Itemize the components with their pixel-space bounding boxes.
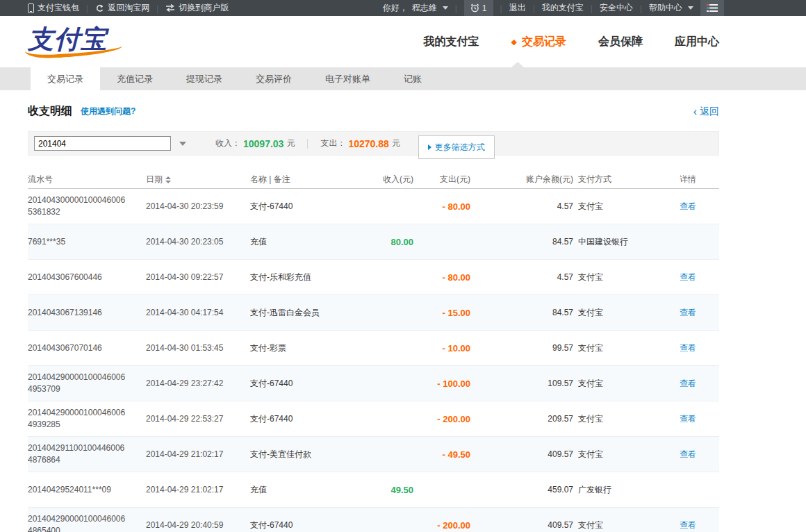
tab-transaction-reviews[interactable]: 交易评价 xyxy=(239,67,309,90)
transaction-date: 2014-04-30 01:53:45 xyxy=(146,343,250,353)
transaction-date: 2014-04-30 09:22:57 xyxy=(146,272,250,282)
col-name-notes: 名称 | 备注 xyxy=(250,174,351,185)
table-row: 2014043067600446 2014-04-30 09:22:57 支付-… xyxy=(28,260,719,295)
account-balance: 209.57 xyxy=(470,414,573,424)
app-list-button[interactable] xyxy=(700,0,724,16)
alarm-clock-icon xyxy=(470,3,479,13)
nav-item-my-alipay[interactable]: 我的支付宝 xyxy=(424,35,479,49)
serial-number: 201404300000100046006 5361832 xyxy=(28,194,146,218)
income-amount: 80.00 xyxy=(351,237,413,247)
month-dropdown-icon[interactable] xyxy=(179,142,186,146)
separator: | xyxy=(455,3,457,13)
view-detail-link[interactable]: 查看 xyxy=(680,449,696,459)
table-row: 201404290000100046006 4865400 2014-04-29… xyxy=(28,508,719,532)
account-balance: 99.57 xyxy=(470,343,573,353)
view-detail-link[interactable]: 查看 xyxy=(680,308,696,317)
col-serial-number: 流水号 xyxy=(28,174,146,185)
nav-item-member-protection[interactable]: 会员保障 xyxy=(598,35,643,49)
tab-bookkeeping[interactable]: 记账 xyxy=(387,67,438,90)
tab-transaction-records[interactable]: 交易记录 xyxy=(31,67,100,90)
serial-number: 201404290000100046006 4953709 xyxy=(28,372,146,395)
income-unit: 元 xyxy=(286,138,295,149)
separator: | xyxy=(533,3,535,13)
phone-icon xyxy=(28,3,34,13)
payment-method: 支付宝 xyxy=(573,201,680,213)
main-nav: 我的支付宝 ◆ 交易记录 会员保障 应用中心 xyxy=(424,35,719,49)
expense-amount: - 10.00 xyxy=(413,343,470,354)
notification-button[interactable]: 1 xyxy=(464,0,493,16)
view-detail-link[interactable]: 查看 xyxy=(680,201,696,211)
serial-number: 2014043067600446 xyxy=(28,272,146,283)
payment-method: 支付宝 xyxy=(573,378,680,390)
separator: | xyxy=(640,3,642,13)
view-detail-link[interactable]: 查看 xyxy=(680,414,696,424)
divider xyxy=(307,139,308,149)
nav-item-transactions[interactable]: ◆ 交易记录 xyxy=(511,35,566,49)
logout-link[interactable]: 退出 xyxy=(509,2,526,14)
back-link[interactable]: ‹ 返回 xyxy=(693,106,719,118)
subnav-tabs: 交易记录 充值记录 提现记录 交易评价 电子对账单 记账 xyxy=(31,67,806,90)
notification-count: 1 xyxy=(482,3,487,13)
transaction-date: 2014-04-30 20:23:59 xyxy=(146,201,250,211)
col-expense: 支出(元) xyxy=(413,174,470,185)
transaction-date: 2014-04-30 04:17:54 xyxy=(146,308,250,317)
view-detail-link[interactable]: 查看 xyxy=(680,520,696,530)
separator: | xyxy=(156,3,158,13)
chevron-down-icon xyxy=(688,6,693,10)
switch-merchant-link[interactable]: 切换到商户版 xyxy=(165,2,229,14)
account-balance: 109.57 xyxy=(470,379,573,388)
expense-amount: - 80.00 xyxy=(413,272,470,283)
transaction-date: 2014-04-29 21:02:17 xyxy=(146,485,250,494)
transactions-table: 流水号 日期 名称 | 备注 收入(元) 支出(元) 账户余额(元) 支付方式 … xyxy=(28,171,719,532)
income-label: 收入： xyxy=(215,138,240,149)
tab-withdrawal-records[interactable]: 提现记录 xyxy=(170,67,239,90)
page-title: 收支明细 xyxy=(28,104,72,119)
serial-number: 201404290000100046006 4865400 xyxy=(28,513,146,532)
tab-recharge-records[interactable]: 充值记录 xyxy=(100,67,170,90)
topbar-right: 你好， 程志維 | 1 | 退出 | 我的支付宝 | 安全中心 | 帮助中心 xyxy=(383,0,724,16)
transaction-name: 支付-67440 xyxy=(250,413,351,425)
col-balance: 账户余额(元) xyxy=(470,174,573,185)
income-amount: 49.50 xyxy=(351,485,413,495)
expense-amount: - 15.00 xyxy=(413,308,470,318)
my-alipay-link[interactable]: 我的支付宝 xyxy=(542,2,584,14)
active-nav-pointer-icon xyxy=(511,62,524,67)
view-detail-link[interactable]: 查看 xyxy=(680,379,696,388)
col-income: 收入(元) xyxy=(351,174,413,185)
payment-method: 支付宝 xyxy=(573,519,680,531)
expense-total: 10270.88 xyxy=(348,138,388,149)
table-body: 201404300000100046006 5361832 2014-04-30… xyxy=(28,189,719,532)
security-center-link[interactable]: 安全中心 xyxy=(600,2,633,14)
arrow-right-icon xyxy=(428,144,431,150)
date-sort-control[interactable]: 日期 xyxy=(146,174,250,185)
view-detail-link[interactable]: 查看 xyxy=(680,272,696,282)
serial-number: 2014043067070146 xyxy=(28,342,146,354)
alipay-logo[interactable]: 支付宝 xyxy=(28,23,132,60)
serial-number: 7691***35 xyxy=(28,236,146,248)
view-detail-link[interactable]: 查看 xyxy=(680,343,696,353)
help-center-menu[interactable]: 帮助中心 xyxy=(649,2,693,14)
serial-number: 20140429524011***09 xyxy=(28,484,146,496)
return-arrow-icon xyxy=(95,4,104,13)
nav-item-app-center[interactable]: 应用中心 xyxy=(675,35,719,49)
tab-e-statements[interactable]: 电子对账单 xyxy=(309,67,387,90)
month-filter-input[interactable] xyxy=(34,136,171,151)
table-row: 201404290000100046006 4953709 2014-04-29… xyxy=(28,366,719,401)
chevron-left-icon: ‹ xyxy=(693,106,697,117)
transaction-name: 充值 xyxy=(250,236,351,248)
help-link[interactable]: 使用遇到问题? xyxy=(81,106,135,117)
account-balance: 4.57 xyxy=(470,201,573,211)
back-taobao-link[interactable]: 返回淘宝网 xyxy=(95,2,149,14)
switch-merchant-label: 切换到商户版 xyxy=(179,2,229,14)
payment-method: 支付宝 xyxy=(573,342,680,354)
switch-arrows-icon xyxy=(165,4,175,12)
chevron-down-icon xyxy=(443,6,448,10)
account-balance: 4.57 xyxy=(470,272,573,282)
serial-number: 2014043067139146 xyxy=(28,307,146,319)
wallet-link[interactable]: 支付宝钱包 xyxy=(28,2,79,14)
account-balance: 409.57 xyxy=(470,520,573,530)
username-menu[interactable]: 程志維 xyxy=(412,2,448,14)
username: 程志維 xyxy=(412,2,437,14)
account-balance: 84.57 xyxy=(470,237,573,247)
more-filters-button[interactable]: 更多筛选方式 xyxy=(418,135,495,159)
